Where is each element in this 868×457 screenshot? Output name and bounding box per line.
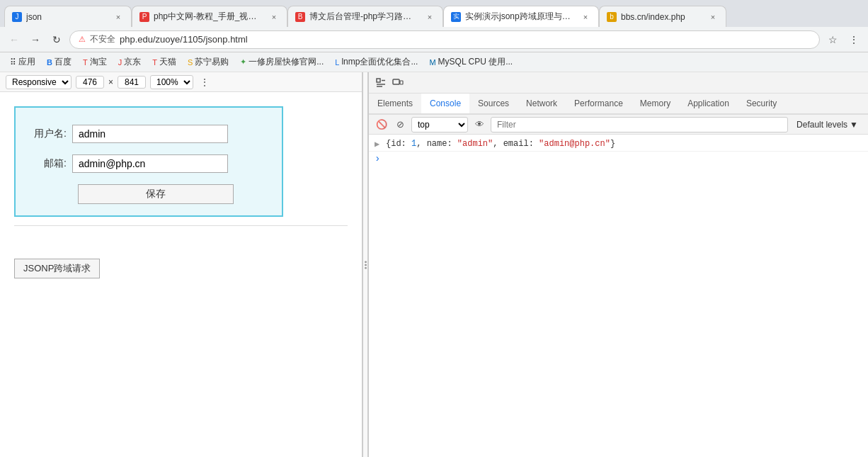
url-text: php.edu/zuoye/1105/jsonp.html [120, 34, 811, 45]
device-toolbar-button[interactable] [390, 75, 406, 91]
tab-blog[interactable]: B 博文后台管理-php学习路线 - 20... × [287, 6, 443, 27]
tab-application[interactable]: Application [679, 94, 738, 115]
refresh-button[interactable]: ↻ [48, 31, 65, 48]
console-prompt-line[interactable]: › [369, 152, 868, 166]
tab-close-2[interactable]: × [268, 11, 280, 23]
tab-favicon-3: B [295, 12, 305, 22]
form-box: 用户名: 邮箱: 保存 [14, 106, 283, 217]
devtools-toolbar [369, 72, 868, 94]
back-button[interactable]: ← [6, 31, 23, 48]
bookmark-button[interactable]: ☆ [824, 31, 841, 48]
tab-sources[interactable]: Sources [469, 94, 518, 115]
bookmark-suning[interactable]: S 苏宁易购 [183, 55, 233, 69]
filter-input[interactable] [491, 117, 788, 132]
expand-arrow-icon[interactable]: ▶ [375, 139, 386, 149]
bookmark-tmall[interactable]: T 天猫 [148, 55, 181, 69]
devtools-panel: Elements Console Sources Network Perform… [368, 72, 868, 457]
tmall-icon: T [152, 58, 157, 67]
jsonp-button[interactable]: JSONP跨域请求 [14, 259, 100, 278]
console-log-line: ▶ {id: 1, name: "admin", email: "admin@p… [369, 137, 868, 152]
forward-button[interactable]: → [27, 31, 44, 48]
console-prompt-icon[interactable]: › [375, 153, 380, 164]
drag-handle[interactable]: • • • [362, 72, 368, 457]
page-content: Responsive 476 × 841 100% ⋮ 用户名: [0, 72, 362, 457]
tab-elements[interactable]: Elements [369, 94, 421, 115]
inspect-element-button[interactable] [373, 75, 389, 91]
tab-favicon-4: 实 [451, 12, 461, 22]
responsive-select[interactable]: Responsive [6, 75, 72, 89]
svg-rect-5 [400, 81, 403, 84]
tab-active[interactable]: 实 实例演示jsonp跨域原理与实现 × [443, 6, 599, 27]
bookmark-label: 一修房屋快修官网... [249, 56, 324, 68]
tab-performance[interactable]: Performance [566, 94, 632, 115]
security-warning-icon: ⚠ [79, 35, 86, 44]
default-levels-button[interactable]: Default levels ▼ [792, 118, 862, 131]
tab-close-3[interactable]: × [424, 11, 435, 23]
address-bar: ← → ↻ ⚠ 不安全 php.edu/zuoye/1105/jsonp.htm… [0, 27, 868, 52]
default-levels-label: Default levels [796, 120, 847, 130]
bookmark-label: lnmp全面优化集合... [341, 56, 418, 68]
bookmark-baidu[interactable]: B 百度 [42, 55, 76, 69]
svg-rect-4 [393, 79, 399, 84]
tab-close-4[interactable]: × [580, 11, 591, 23]
bookmark-label: MySQL CPU 使用... [438, 56, 513, 68]
height-input[interactable]: 841 [118, 76, 146, 89]
bookmark-lnmp[interactable]: L lnmp全面优化集合... [331, 55, 422, 69]
bookmark-label: 淘宝 [90, 56, 107, 68]
bookmark-label: 百度 [55, 56, 72, 68]
filter-toggle-button[interactable]: ⊘ [393, 118, 407, 132]
tab-bar: J json × P php中文网-教程_手册_视频-免费... × B 博文后… [0, 0, 868, 27]
devtools-tabs: Elements Console Sources Network Perform… [369, 94, 868, 115]
tab-memory[interactable]: Memory [632, 94, 679, 115]
bookmark-mysql[interactable]: M MySQL CPU 使用... [425, 55, 517, 69]
tab-network[interactable]: Network [518, 94, 566, 115]
apps-icon: ⠿ [10, 57, 16, 67]
bookmark-label: 应用 [18, 56, 35, 68]
tab-bbs[interactable]: b bbs.cn/index.php × [599, 6, 726, 27]
bookmarks-bar: ⠿ 应用 B 百度 T 淘宝 J 京东 T 天猫 S 苏宁易购 ✦ 一修房屋快修… [0, 52, 868, 72]
tab-title-3: 博文后台管理-php学习路线 - 20... [309, 11, 420, 23]
clear-console-button[interactable]: 🚫 [375, 118, 389, 132]
tab-favicon-2: P [139, 12, 149, 22]
live-expression-button[interactable]: 👁 [472, 118, 486, 132]
jd-icon: J [118, 58, 122, 67]
svg-rect-0 [377, 79, 380, 82]
lnmp-icon: L [335, 58, 339, 67]
tab-title-2: php中文网-教程_手册_视频-免费... [154, 11, 264, 23]
tab-close-1[interactable]: × [113, 11, 124, 23]
console-toolbar: 🚫 ⊘ top 👁 Default levels ▼ [369, 115, 868, 135]
tab-php[interactable]: P php中文网-教程_手册_视频-免费... × [132, 6, 287, 27]
context-select[interactable]: top [411, 117, 468, 132]
main-area: Responsive 476 × 841 100% ⋮ 用户名: [0, 72, 868, 457]
tab-json[interactable]: J json × [4, 6, 132, 27]
bookmark-taobao[interactable]: T 淘宝 [79, 55, 111, 69]
mysql-icon: M [429, 58, 435, 67]
dimension-separator: × [108, 77, 113, 87]
tab-title-1: json [26, 12, 108, 22]
more-options-button[interactable]: ⋮ [198, 75, 212, 89]
bookmark-jd[interactable]: J 京东 [114, 55, 146, 69]
tab-title-5: bbs.cn/index.php [621, 12, 703, 22]
username-input[interactable] [72, 125, 228, 143]
chevron-down-icon: ▼ [850, 120, 858, 130]
url-bar[interactable]: ⚠ 不安全 php.edu/zuoye/1105/jsonp.html [69, 30, 820, 49]
tab-favicon-5: b [607, 12, 617, 22]
tab-security[interactable]: Security [738, 94, 785, 115]
bookmark-house[interactable]: ✦ 一修房屋快修官网... [236, 55, 328, 69]
bookmark-label: 苏宁易购 [195, 56, 229, 68]
bookmark-apps[interactable]: ⠿ 应用 [6, 55, 40, 69]
username-label: 用户名: [30, 128, 72, 140]
email-input[interactable] [72, 154, 228, 173]
save-button[interactable]: 保存 [78, 184, 234, 204]
console-output: ▶ {id: 1, name: "admin", email: "admin@p… [369, 135, 868, 457]
width-input[interactable]: 476 [76, 76, 104, 89]
page-body: 用户名: 邮箱: 保存 JSONP跨域请求 [0, 92, 362, 293]
tab-console[interactable]: Console [421, 94, 469, 115]
menu-button[interactable]: ⋮ [845, 31, 862, 48]
house-icon: ✦ [240, 57, 246, 67]
taobao-icon: T [83, 58, 88, 67]
baidu-icon: B [47, 58, 52, 67]
tab-close-5[interactable]: × [707, 11, 719, 23]
zoom-select[interactable]: 100% [150, 75, 193, 89]
browser-chrome: J json × P php中文网-教程_手册_视频-免费... × B 博文后… [0, 0, 868, 457]
